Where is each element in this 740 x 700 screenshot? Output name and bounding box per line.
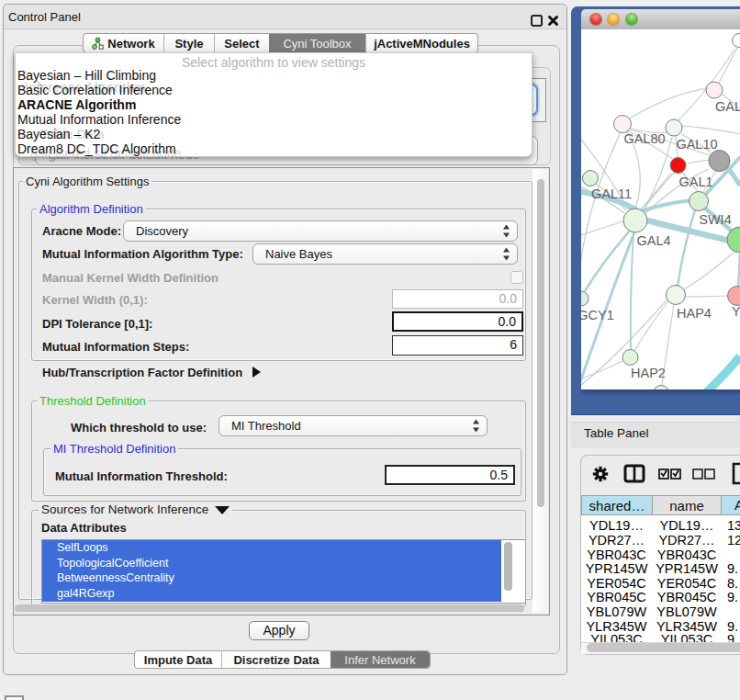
svg-text:HAP2: HAP2 <box>631 366 666 380</box>
svg-text:GAL10: GAL10 <box>676 137 717 152</box>
svg-text:GAL1: GAL1 <box>678 175 712 189</box>
svg-text:SWI4: SWI4 <box>699 212 731 227</box>
svg-text:GCY1: GCY1 <box>581 308 614 322</box>
svg-text:YJ: YJ <box>732 304 740 319</box>
svg-text:GAL80: GAL80 <box>623 131 665 146</box>
svg-text:GAL2: GAL2 <box>715 99 740 114</box>
svg-text:HAP4: HAP4 <box>677 306 712 321</box>
svg-text:GAL11: GAL11 <box>591 186 632 201</box>
svg-text:GAL4: GAL4 <box>636 233 670 248</box>
